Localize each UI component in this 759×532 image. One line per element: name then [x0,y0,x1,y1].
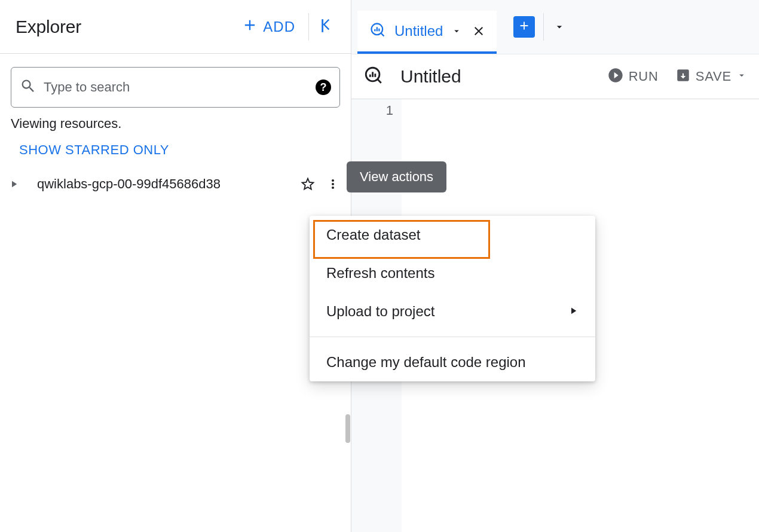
resource-row[interactable]: qwiklabs-gcp-00-99df45686d38 [0,171,351,197]
star-icon[interactable] [299,176,316,192]
plus-icon [518,19,531,35]
menu-item-label: Create dataset [326,227,420,243]
resource-name: qwiklabs-gcp-00-99df45686d38 [25,176,293,192]
show-starred-link[interactable]: SHOW STARRED ONLY [0,136,351,171]
new-tab-dropdown-icon[interactable] [549,21,565,33]
menu-item-label: Refresh contents [326,265,434,282]
close-icon[interactable] [468,24,486,38]
menu-change-region[interactable]: Change my default code region [310,343,595,381]
title-bar: Untitled RUN SAVE [351,54,759,99]
svg-rect-0 [322,19,323,32]
scrollbar-thumb[interactable] [345,414,350,443]
chevron-down-icon [736,70,747,83]
new-tab-button[interactable] [513,16,535,38]
divider [543,13,544,41]
menu-divider [310,337,595,337]
editor-tab[interactable]: Untitled [357,11,497,54]
collapse-panel-button[interactable] [315,13,340,41]
add-button[interactable]: ADD [234,12,302,42]
view-actions-tooltip: View actions [347,161,446,192]
search-input[interactable] [44,80,308,95]
search-icon [20,78,36,97]
save-label: SAVE [696,69,732,84]
plus-icon [241,17,258,37]
menu-create-dataset[interactable]: Create dataset [310,216,595,254]
save-button[interactable]: SAVE [675,68,747,85]
search-container: ? [0,54,351,112]
svg-line-2 [381,33,384,36]
more-vert-icon[interactable] [322,177,340,191]
query-title: Untitled [394,66,596,87]
explorer-title: Explorer [16,17,81,37]
help-icon[interactable]: ? [316,80,331,95]
svg-line-7 [378,80,381,83]
explorer-actions: ADD [234,12,340,42]
menu-item-label: Upload to project [326,303,434,320]
menu-upload-to-project[interactable]: Upload to project [310,292,595,331]
analytics-icon [363,65,384,88]
divider [308,13,309,41]
context-menu: Create dataset Refresh contents Upload t… [310,216,595,381]
explorer-header: Explorer ADD [0,0,351,54]
line-number: 1 [351,103,393,118]
expand-arrow-icon[interactable] [8,179,19,189]
chevron-right-icon [568,303,579,320]
search-box[interactable]: ? [11,67,340,108]
tab-bar: Untitled [351,0,759,54]
menu-refresh-contents[interactable]: Refresh contents [310,254,595,292]
collapse-left-icon [320,18,335,36]
explorer-panel: Explorer ADD [0,0,351,532]
toolbar-actions: RUN SAVE [607,67,747,86]
play-icon [607,67,624,86]
analytics-icon [369,22,386,41]
tab-dropdown-icon[interactable] [451,26,462,36]
run-label: RUN [629,69,659,84]
add-label: ADD [263,19,295,35]
save-icon [675,68,691,85]
viewing-resources-text: Viewing resources. [0,112,351,136]
menu-item-label: Change my default code region [326,354,526,371]
run-button[interactable]: RUN [607,67,659,86]
tab-label: Untitled [392,23,445,39]
